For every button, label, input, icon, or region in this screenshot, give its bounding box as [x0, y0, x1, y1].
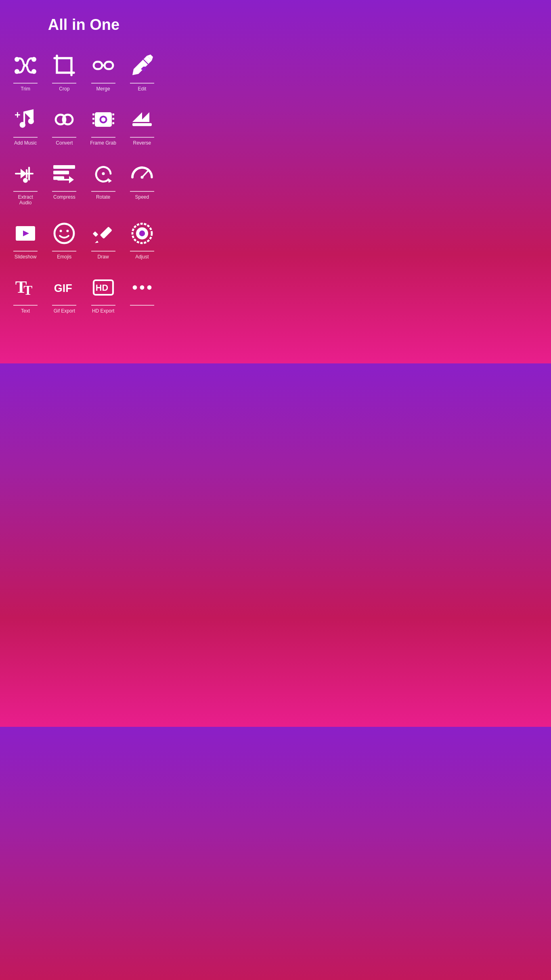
feature-item-extract-audio[interactable]: Extract Audio — [8, 154, 43, 210]
slideshow-icon — [11, 219, 40, 248]
svg-text:T: T — [23, 283, 32, 298]
slideshow-label: Slideshow — [15, 254, 37, 260]
trim-icon — [11, 51, 40, 80]
more-divider — [130, 305, 154, 306]
adjust-divider — [130, 251, 154, 252]
reverse-label: Reverse — [133, 140, 151, 146]
svg-point-0 — [15, 57, 19, 62]
feature-item-draw[interactable]: Draw — [86, 214, 121, 264]
svg-rect-45 — [100, 227, 112, 239]
text-icon: TT — [11, 273, 40, 302]
svg-rect-25 — [112, 122, 114, 124]
feature-item-edit[interactable]: Edit — [125, 46, 159, 96]
feature-item-adjust[interactable]: Adjust — [125, 214, 159, 264]
svg-rect-31 — [53, 165, 75, 169]
svg-rect-4 — [94, 62, 102, 69]
svg-rect-28 — [132, 123, 152, 126]
draw-icon — [89, 219, 117, 248]
svg-point-57 — [147, 285, 151, 290]
feature-item-add-music[interactable]: +Add Music — [8, 100, 43, 150]
feature-item-rotate[interactable]: Rotate — [86, 154, 121, 210]
feature-item-crop[interactable]: Crop — [47, 46, 82, 96]
text-divider — [13, 305, 38, 306]
add-music-icon: + — [11, 105, 40, 134]
hd-export-icon: HD — [89, 273, 117, 302]
svg-rect-22 — [92, 122, 94, 124]
frame-grab-label: Frame Grab — [90, 140, 116, 146]
crop-icon — [50, 51, 78, 80]
feature-item-merge[interactable]: Merge — [86, 46, 121, 96]
svg-point-13 — [28, 118, 34, 124]
merge-icon — [89, 51, 117, 80]
add-music-divider — [13, 137, 38, 138]
edit-label: Edit — [138, 86, 147, 92]
svg-point-42 — [54, 224, 74, 243]
rotate-divider — [91, 191, 115, 192]
frame-grab-divider — [91, 137, 115, 138]
adjust-icon — [128, 219, 156, 248]
reverse-divider — [130, 137, 154, 138]
crop-divider — [52, 83, 76, 84]
add-music-label: Add Music — [14, 140, 37, 146]
rotate-label: Rotate — [96, 194, 110, 200]
gif-export-icon: GIF — [50, 273, 78, 302]
trim-divider — [13, 83, 38, 84]
convert-icon — [50, 105, 78, 134]
svg-point-37 — [102, 172, 105, 175]
svg-point-19 — [101, 118, 105, 122]
slideshow-divider — [13, 251, 38, 252]
emojis-icon — [50, 219, 78, 248]
gif-export-label: Gif Export — [54, 308, 75, 314]
feature-grid: TrimCropMergeEdit+Add MusicConvertFrame … — [8, 46, 159, 318]
svg-rect-32 — [53, 171, 69, 174]
extract-audio-divider — [13, 191, 38, 192]
feature-item-text[interactable]: TTText — [8, 268, 43, 318]
feature-item-emojis[interactable]: Emojis — [47, 214, 82, 264]
adjust-label: Adjust — [135, 254, 149, 260]
svg-marker-29 — [21, 169, 27, 178]
svg-point-2 — [15, 69, 19, 74]
feature-item-convert[interactable]: Convert — [47, 100, 82, 150]
compress-label: Compress — [53, 194, 75, 200]
svg-text:+: + — [15, 109, 21, 120]
feature-item-gif-export[interactable]: GIFGif Export — [47, 268, 82, 318]
feature-item-hd-export[interactable]: HDHD Export — [86, 268, 121, 318]
svg-point-55 — [132, 285, 137, 290]
trim-label: Trim — [21, 86, 30, 92]
feature-item-reverse[interactable]: Reverse — [125, 100, 159, 150]
svg-point-16 — [63, 118, 67, 122]
svg-point-3 — [31, 69, 36, 74]
crop-label: Crop — [59, 86, 69, 92]
speed-label: Speed — [135, 194, 149, 200]
svg-text:GIF: GIF — [54, 282, 72, 294]
svg-rect-24 — [112, 118, 114, 120]
feature-item-compress[interactable]: Compress — [47, 154, 82, 210]
feature-item-slideshow[interactable]: Slideshow — [8, 214, 43, 264]
feature-item-frame-grab[interactable]: Frame Grab — [86, 100, 121, 150]
convert-label: Convert — [56, 140, 73, 146]
svg-marker-26 — [132, 112, 142, 122]
emojis-label: Emojis — [57, 254, 71, 260]
svg-rect-46 — [92, 231, 98, 237]
svg-point-49 — [139, 231, 145, 236]
svg-rect-5 — [105, 62, 113, 69]
edit-divider — [130, 83, 154, 84]
svg-rect-23 — [112, 113, 114, 115]
convert-divider — [52, 137, 76, 138]
feature-item-more[interactable] — [125, 268, 159, 318]
feature-item-speed[interactable]: Speed — [125, 154, 159, 210]
merge-label: Merge — [96, 86, 110, 92]
emojis-divider — [52, 251, 76, 252]
feature-item-trim[interactable]: Trim — [8, 46, 43, 96]
page-title: All in One — [48, 16, 119, 34]
svg-point-44 — [67, 230, 69, 232]
svg-point-1 — [31, 57, 36, 62]
svg-text:HD: HD — [95, 283, 108, 293]
hd-export-divider — [91, 305, 115, 306]
hd-export-label: HD Export — [92, 308, 114, 314]
draw-divider — [91, 251, 115, 252]
svg-marker-36 — [107, 178, 111, 183]
gif-export-divider — [52, 305, 76, 306]
svg-point-39 — [140, 176, 143, 178]
speed-divider — [130, 191, 154, 192]
